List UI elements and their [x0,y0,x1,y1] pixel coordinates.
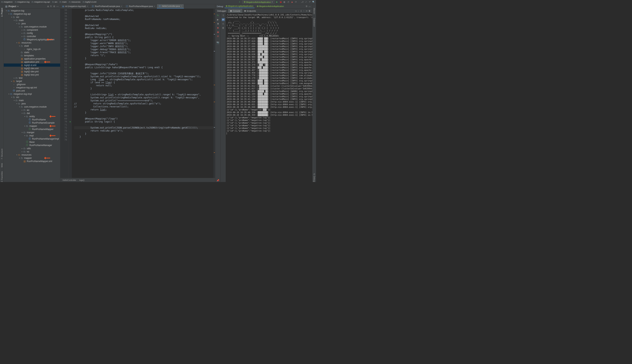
favorites-tool-tab[interactable]: 2: Favorites [1,171,3,182]
tree-node[interactable]: ⒾRunProNameManager [4,144,60,147]
tree-node[interactable]: ▾🗀src [4,96,60,99]
print-icon[interactable]: ⎙ [222,22,225,25]
web-tool-tab[interactable]: Web [1,163,3,167]
tree-node[interactable]: ▾🗀src [4,16,60,19]
tree-node[interactable]: ▫nginx_logs.sh [4,48,60,51]
tree-node[interactable]: ▸🗀vo [4,150,60,153]
tree-node[interactable]: ▾🗀com.megatron.module [4,105,60,108]
resume-icon[interactable]: ▶ [216,18,220,21]
breadcrumb-item[interactable]: 🗀 resources [69,1,80,3]
breadcrumb-item[interactable]: 🗀 main [59,1,67,3]
tree-node[interactable]: ▸🗀target [4,80,60,83]
tree-node[interactable]: ⒸMegatronLogApiApplication [4,38,60,41]
tree-node[interactable]: ▸🗀utils [4,147,60,150]
expand-arrow-icon[interactable]: ▾ [11,96,13,98]
tree-node[interactable]: 🗀templates [4,54,60,57]
editor-tab[interactable]: ⒸHelloController.java× [157,4,184,8]
tree-node[interactable]: ▤log4j2-test.yml [4,73,60,76]
expand-arrow-icon[interactable]: ▾ [24,135,26,136]
error-stripe[interactable] [213,9,215,178]
breadcrumb-item[interactable]: 🗀 megatron-log [15,1,30,3]
editor-tab[interactable]: ▤ml (megatron-log-impl)× [60,4,90,8]
breadcrumb-item[interactable]: 🗀 src [52,1,58,3]
step-into-icon[interactable]: ↓ [298,10,299,12]
scroll-from-source-icon[interactable]: ⊕ [47,5,49,8]
soft-wrap-icon[interactable]: ↩ [222,18,225,21]
expand-arrow-icon[interactable]: ▸ [21,151,23,152]
rerun-icon[interactable]: ↻ [216,14,220,17]
collapse-all-icon[interactable]: ⇱ [50,5,52,8]
tree-node[interactable]: ▾🗀main [4,19,60,22]
tree-node[interactable]: 🗀static [4,51,60,54]
project-tree[interactable]: ▾🗀megatron-log▾🗀megatron-log-api▾🗀src▾🗀m… [4,9,60,182]
pin-icon[interactable]: 📌 [216,179,220,182]
view-breakpoints-icon[interactable]: ◉ [216,30,220,34]
tree-node[interactable]: ▫megatron-log-api.iml [4,86,60,89]
close-icon[interactable]: × [181,5,182,7]
tree-node[interactable]: ▸🗀component [4,28,60,32]
expand-arrow-icon[interactable]: ▾ [19,45,20,47]
expand-arrow-icon[interactable]: ▾ [21,132,23,134]
build-icon[interactable]: ⇩ [238,1,241,4]
expand-arrow-icon[interactable]: ▸ [13,77,15,79]
expand-arrow-icon[interactable]: ▾ [8,13,10,15]
tree-node[interactable]: ▾🗀impl [4,134,60,137]
tree-node[interactable]: ▾🗀megatron-log [4,9,60,12]
tree-node[interactable]: ▫.gitignore [4,83,60,86]
tree-node[interactable]: ▸🗀test [4,76,60,80]
endpoints-tab[interactable]: ◉Endpoints [242,9,258,13]
stop-icon[interactable]: ■ [291,1,293,4]
mute-breakpoints-icon[interactable]: ⊘ [216,35,220,38]
tree-node[interactable]: ▾🗀shell [4,44,60,48]
tree-node[interactable]: ▤application.yml [4,60,60,64]
expand-arrow-icon[interactable]: ▾ [8,93,10,95]
run-configuration-selector[interactable]: ✿ MegatronAdminApplication ▾ [242,0,275,4]
tree-node[interactable]: ▾🗀entity [4,115,60,118]
tree-node[interactable]: ▸🗀com.megatron.module [4,25,60,28]
tree-node[interactable]: ▾🗀java [4,102,60,105]
code-editor[interactable]: private RedisTemplate redisTemplate; @Au… [72,9,213,178]
tree-node[interactable]: ▤log4j2-dev.yml [4,70,60,73]
run-to-cursor-icon[interactable]: ⇥ [305,10,307,12]
tree-node[interactable]: ▾🗀main [4,99,60,102]
tree-node[interactable]: ⒸRunProNameManagerImpl [4,137,60,140]
tree-node[interactable]: ▤log4j2-dev.xml [4,67,60,70]
expand-arrow-icon[interactable]: ▸ [21,36,23,37]
commit-icon[interactable]: ✓ [305,1,307,4]
step-over-icon[interactable]: ⤼ [295,10,297,12]
breadcrumb-item[interactable]: 🗀 log4j2-d.xml [83,1,96,3]
evaluate-icon[interactable]: 🖩 [308,10,311,12]
close-icon[interactable]: × [121,5,122,7]
debug-config-tab-active[interactable]: ✿ MegatronLogApiApplication [225,4,255,8]
expand-arrow-icon[interactable]: ▾ [5,10,7,12]
tree-node[interactable]: ▾🗀resources [4,41,60,44]
tree-node[interactable]: ▾🗀mapper [4,124,60,128]
tree-node[interactable]: ▾🗀mapper [4,156,60,160]
git-branch-icon[interactable]: ⎇ [301,1,304,4]
tree-node[interactable]: ▸🗀ao [4,108,60,112]
expand-arrow-icon[interactable]: ▸ [21,29,23,31]
tree-node[interactable]: ⒸRunProNameExample [4,121,60,124]
editor-tab[interactable]: ⒾRunProNameMapper.java× [124,4,157,8]
run-gutter-icon[interactable]: ▶ [70,66,71,69]
expand-arrow-icon[interactable]: ▸ [21,109,23,111]
run-gutter-icon[interactable]: ▶ [70,120,71,123]
update-icon[interactable]: ⟳ [295,1,297,4]
tree-node[interactable]: ▸🗀controller [4,35,60,38]
tree-node[interactable]: ▾🗀java [4,22,60,25]
tree-node[interactable]: ⒸRunProName [4,118,60,121]
debug-icon[interactable]: 🐞 [279,1,282,4]
search-icon[interactable]: 🔍 [312,1,315,4]
expand-arrow-icon[interactable]: ▸ [21,148,23,150]
stop-icon[interactable]: ■ [216,26,220,30]
project-tool-tab[interactable]: 1: Project [1,8,3,16]
expand-arrow-icon[interactable]: ▸ [19,26,20,28]
breadcrumb-class[interactable]: HelloController [63,179,76,181]
camera-icon[interactable]: 📷 [216,41,220,44]
editor-tab[interactable]: ⒸRunProNameExample.java× [90,4,124,8]
debugger-tab[interactable]: Debugger [215,9,228,13]
expand-arrow-icon[interactable]: ▾ [13,20,15,21]
expand-arrow-icon[interactable]: ▾ [19,157,20,159]
expand-arrow-icon[interactable]: ▾ [16,103,18,104]
debug-config-tab[interactable]: ✿ MegatronAdminApplication [256,5,285,8]
